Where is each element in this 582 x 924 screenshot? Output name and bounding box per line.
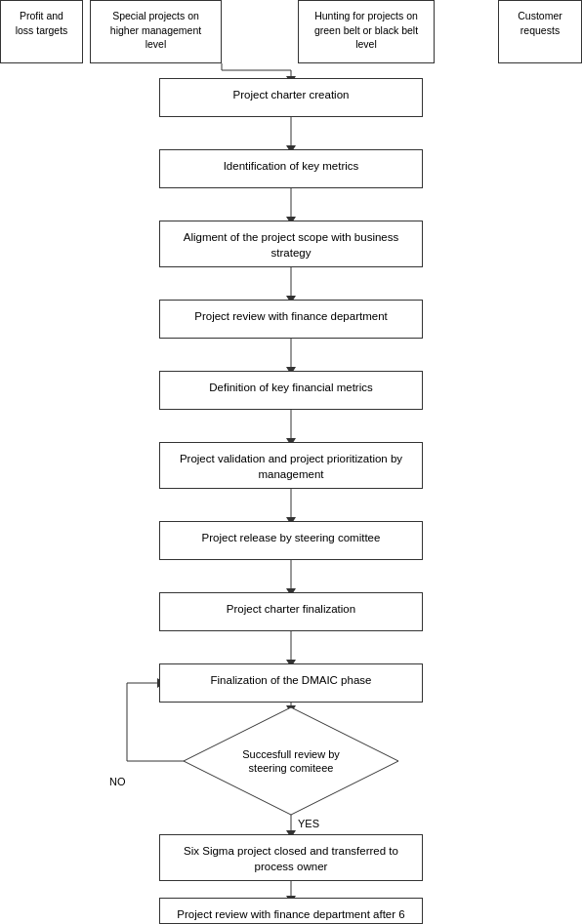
diamond-decision: Succesfull review by steering comiteee [184,707,398,815]
step-dmaic: Finalization of the DMAIC phase [159,663,423,703]
step-charter-final: Project charter finalization [159,592,423,631]
header-profit: Profit and loss targets [0,0,83,63]
step-finance-review-final: Project review with finance department a… [159,898,423,924]
step-release: Project release by steering comittee [159,521,423,560]
step-project-charter: Project charter creation [159,78,423,117]
flowchart: Profit and loss targets Special projects… [0,0,582,924]
header-hunting: Hunting for projects on green belt or bl… [298,0,435,63]
header-special: Special projects on higher management le… [90,0,222,63]
step-financial-metrics: Definition of key financial metrics [159,371,423,410]
step-six-sigma-closed: Six Sigma project closed and transferred… [159,834,423,881]
step-key-metrics: Identification of key metrics [159,149,423,188]
step-alignment: Aligment of the project scope with busin… [159,221,423,267]
label-no: NO [109,776,126,787]
label-yes: YES [298,818,319,829]
step-finance-review: Project review with finance department [159,300,423,339]
step-validation: Project validation and project prioritiz… [159,442,423,489]
header-custom: Customer requests [498,0,582,63]
